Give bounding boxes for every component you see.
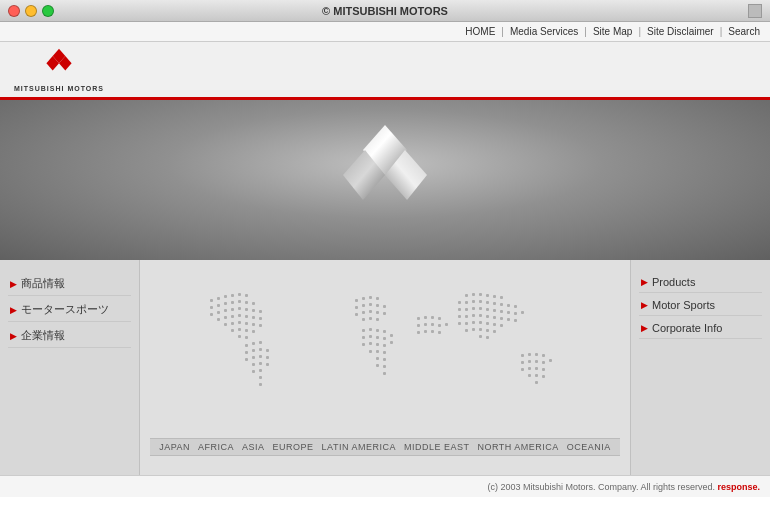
window-controls — [8, 5, 54, 17]
arrow-icon-r3: ▶ — [641, 323, 648, 333]
svg-rect-45 — [238, 335, 241, 338]
svg-rect-52 — [259, 348, 262, 351]
svg-rect-121 — [472, 307, 475, 310]
sidebar-right-label-1: Products — [652, 276, 695, 288]
region-bar: JAPAN AFRICA ASIA EUROPE LATIN AMERICA M… — [150, 438, 620, 456]
footer: (c) 2003 Mitsubishi Motors. Company. All… — [0, 475, 770, 497]
svg-rect-170 — [424, 316, 427, 319]
svg-rect-174 — [424, 323, 427, 326]
svg-rect-48 — [252, 342, 255, 345]
sidebar-item-products-jp[interactable]: ▶ 商品情報 — [8, 272, 131, 296]
region-oceania[interactable]: OCEANIA — [567, 442, 611, 452]
nav-bar: HOME | Media Services | Site Map | Site … — [0, 22, 770, 42]
svg-rect-175 — [431, 323, 434, 326]
svg-rect-82 — [362, 329, 365, 332]
svg-rect-119 — [458, 308, 461, 311]
region-japan[interactable]: JAPAN — [159, 442, 190, 452]
svg-rect-151 — [486, 336, 489, 339]
svg-rect-64 — [259, 383, 262, 386]
region-middle-east[interactable]: MIDDLE EAST — [404, 442, 470, 452]
svg-rect-146 — [472, 328, 475, 331]
svg-rect-122 — [479, 307, 482, 310]
logo-container: MITSUBISHI MOTORS — [14, 47, 104, 92]
svg-rect-79 — [362, 318, 365, 321]
sidebar-item-corporate-en[interactable]: ▶ Corporate Info — [639, 318, 762, 339]
window-content: HOME | Media Services | Site Map | Site … — [0, 22, 770, 507]
svg-rect-150 — [479, 335, 482, 338]
svg-rect-116 — [500, 303, 503, 306]
copyright-text: (c) 2003 Mitsubishi Motors. Company. All… — [488, 482, 715, 492]
svg-rect-66 — [362, 297, 365, 300]
svg-rect-137 — [514, 319, 517, 322]
svg-rect-40 — [259, 324, 262, 327]
region-africa[interactable]: AFRICA — [198, 442, 234, 452]
svg-rect-118 — [514, 305, 517, 308]
svg-rect-179 — [424, 330, 427, 333]
svg-rect-10 — [231, 294, 234, 297]
svg-rect-96 — [369, 350, 372, 353]
svg-rect-149 — [493, 330, 496, 333]
svg-rect-148 — [486, 329, 489, 332]
svg-rect-68 — [376, 297, 379, 300]
svg-rect-16 — [231, 301, 234, 304]
svg-rect-156 — [521, 361, 524, 364]
sidebar-item-motorsports-jp[interactable]: ▶ モータースポーツ — [8, 298, 131, 322]
svg-rect-81 — [376, 318, 379, 321]
svg-rect-139 — [465, 322, 468, 325]
close-button[interactable] — [8, 5, 20, 17]
svg-rect-136 — [507, 318, 510, 321]
sidebar-item-products-en[interactable]: ▶ Products — [639, 272, 762, 293]
svg-rect-84 — [376, 329, 379, 332]
minimize-button[interactable] — [25, 5, 37, 17]
svg-rect-26 — [252, 309, 255, 312]
svg-rect-142 — [486, 322, 489, 325]
search-link[interactable]: Search — [728, 26, 760, 37]
svg-rect-163 — [535, 367, 538, 370]
svg-rect-88 — [376, 336, 379, 339]
region-europe[interactable]: EUROPE — [273, 442, 314, 452]
svg-rect-85 — [383, 330, 386, 333]
svg-rect-111 — [465, 301, 468, 304]
svg-rect-13 — [210, 306, 213, 309]
svg-rect-77 — [376, 311, 379, 314]
svg-rect-167 — [542, 375, 545, 378]
svg-rect-165 — [528, 374, 531, 377]
svg-rect-11 — [238, 293, 241, 296]
center-map: JAPAN AFRICA ASIA EUROPE LATIN AMERICA M… — [140, 260, 630, 475]
svg-rect-44 — [252, 330, 255, 333]
region-asia[interactable]: ASIA — [242, 442, 265, 452]
svg-rect-75 — [362, 311, 365, 314]
svg-rect-57 — [266, 356, 269, 359]
svg-rect-12 — [245, 294, 248, 297]
svg-rect-160 — [549, 359, 552, 362]
home-link[interactable]: HOME — [465, 26, 495, 37]
region-latin-america[interactable]: LATIN AMERICA — [322, 442, 396, 452]
sidebar-item-corporate-jp[interactable]: ▶ 企業情報 — [8, 324, 131, 348]
media-services-link[interactable]: Media Services — [510, 26, 578, 37]
site-disclaimer-link[interactable]: Site Disclaimer — [647, 26, 714, 37]
svg-rect-38 — [245, 322, 248, 325]
resize-handle[interactable] — [748, 4, 762, 18]
svg-rect-14 — [217, 304, 220, 307]
title-bar: © MITSUBISHI MOTORS — [0, 0, 770, 22]
site-map-link[interactable]: Site Map — [593, 26, 632, 37]
svg-rect-43 — [245, 329, 248, 332]
svg-rect-21 — [217, 311, 220, 314]
region-north-america[interactable]: NORTH AMERICA — [477, 442, 558, 452]
svg-rect-32 — [245, 315, 248, 318]
svg-rect-69 — [355, 306, 358, 309]
svg-rect-80 — [369, 317, 372, 320]
maximize-button[interactable] — [42, 5, 54, 17]
sidebar-item-motorsports-en[interactable]: ▶ Motor Sports — [639, 295, 762, 316]
svg-rect-133 — [486, 315, 489, 318]
svg-rect-24 — [238, 307, 241, 310]
svg-rect-147 — [479, 328, 482, 331]
svg-rect-181 — [438, 331, 441, 334]
svg-rect-140 — [472, 321, 475, 324]
svg-rect-20 — [210, 313, 213, 316]
svg-rect-7 — [210, 299, 213, 302]
svg-rect-98 — [383, 351, 386, 354]
svg-rect-113 — [479, 300, 482, 303]
nav-sep-1: | — [501, 26, 504, 37]
svg-rect-162 — [528, 367, 531, 370]
